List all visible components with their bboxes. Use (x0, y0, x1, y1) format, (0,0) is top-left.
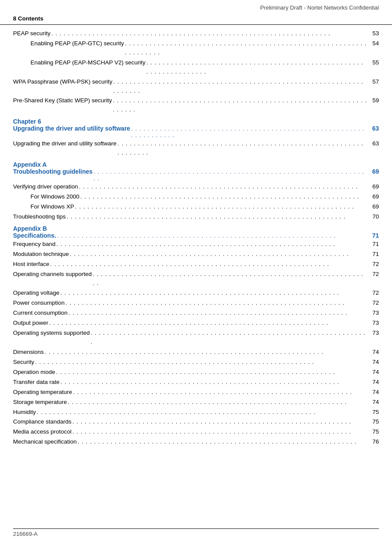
toc-page-num: 75 (368, 417, 379, 427)
toc-label: Troubleshooting tips (13, 212, 66, 222)
toc-label: Verifying driver operation (13, 182, 78, 192)
chapter-page-num: 63 (368, 125, 379, 132)
toc-entry: Current consumption . . . . . . . . . . … (13, 309, 379, 318)
chapter-label: Chapter 6 (13, 118, 379, 125)
toc-page-num: 53 (368, 29, 379, 38)
appendix-header: Appendix ATroubleshooting guidelines . .… (13, 161, 379, 182)
appendix-title: Specifications. (13, 232, 56, 239)
toc-entry: Verifying driver operation . . . . . . .… (13, 182, 379, 192)
toc-page-num: 74 (368, 348, 379, 357)
toc-label: Frequency band (13, 240, 56, 249)
toc-label: Operating systems supported (13, 329, 90, 338)
footer: 216669-A (13, 528, 379, 537)
toc-page-num: 73 (368, 309, 379, 318)
toc-label: Operating voltage (13, 289, 60, 298)
toc-label: PEAP security (13, 29, 50, 38)
toc-entry: Mechanical specification . . . . . . . .… (13, 437, 379, 447)
toc-page-num: 73 (368, 319, 379, 328)
toc-page-num: 72 (368, 289, 379, 298)
toc-entry: Operating voltage . . . . . . . . . . . … (13, 289, 379, 298)
toc-entry: Enabling PEAP (EAP-GTC) security . . . .… (13, 39, 379, 57)
toc-entry: Host interface . . . . . . . . . . . . .… (13, 260, 379, 269)
toc-label: Storage temperature (13, 398, 67, 407)
toc-entry: Dimensions . . . . . . . . . . . . . . .… (13, 348, 379, 357)
toc-page-num: 72 (368, 260, 379, 269)
toc-page-num: 55 (368, 58, 379, 67)
toc-entry: WPA Passphrase (WPA-PSK) security . . . … (13, 77, 379, 96)
toc-entry: Modulation technique . . . . . . . . . .… (13, 250, 379, 259)
toc-entry: Frequency band . . . . . . . . . . . . .… (13, 240, 379, 249)
toc-page-num: 69 (368, 202, 379, 212)
toc-label: Current consumption (13, 309, 67, 318)
toc-entry: Troubleshooting tips . . . . . . . . . .… (13, 212, 379, 222)
header: Preliminary Draft - Nortel Networks Conf… (0, 0, 392, 13)
toc-label: Pre-Shared Key (Static WEP) security (13, 96, 112, 105)
toc-page-num: 74 (368, 398, 379, 407)
page-label: 8 Contents (0, 13, 392, 25)
toc-page-num: 74 (368, 388, 379, 397)
toc-entry: Power consumption . . . . . . . . . . . … (13, 299, 379, 308)
toc-label: Power consumption (13, 299, 65, 308)
toc-page-num: 72 (368, 270, 379, 279)
toc-label: Output power (13, 319, 48, 328)
toc-entry: Operating temperature . . . . . . . . . … (13, 388, 379, 397)
toc-page-num: 74 (368, 378, 379, 387)
toc-label: Security (13, 358, 34, 367)
appendix-label: Appendix B (13, 225, 379, 232)
toc-page-num: 70 (368, 212, 379, 222)
toc-page-num: 69 (368, 192, 379, 202)
toc-label: Operating channels supported (13, 270, 92, 279)
toc-entry: Output power . . . . . . . . . . . . . .… (13, 319, 379, 328)
toc-entry: Compliance standards . . . . . . . . . .… (13, 417, 379, 427)
toc-label: Enabling PEAP (EAP-MSCHAP V2) security (30, 58, 145, 67)
toc-page-num: 72 (368, 299, 379, 308)
toc-page-num: 75 (368, 408, 379, 417)
toc-page-num: 71 (368, 250, 379, 259)
toc-label: Humidity (13, 408, 36, 417)
toc-label: Modulation technique (13, 250, 69, 259)
appendix-header: Appendix BSpecifications. . . . . . . . … (13, 225, 379, 239)
toc-label: Host interface (13, 260, 49, 269)
toc-page-num: 63 (368, 139, 379, 148)
appendix-label: Appendix A (13, 161, 379, 168)
toc-entry: For Windows XP . . . . . . . . . . . . .… (13, 202, 379, 212)
header-text: Preliminary Draft - Nortel Networks Conf… (260, 4, 379, 11)
toc-label: For Windows XP (30, 202, 74, 212)
toc-label: For Windows 2000 (30, 192, 80, 202)
appendix-title: Troubleshooting guidelines (13, 168, 93, 175)
toc-page-num: 69 (368, 182, 379, 192)
toc-entry: Storage temperature . . . . . . . . . . … (13, 398, 379, 407)
toc-entry: Transfer data rate . . . . . . . . . . .… (13, 378, 379, 387)
page: Preliminary Draft - Nortel Networks Conf… (0, 0, 392, 545)
toc-page-num: 73 (368, 329, 379, 338)
toc-label: Compliance standards (13, 417, 71, 427)
toc-page-num: 74 (368, 358, 379, 367)
appendix-page-num: 71 (368, 232, 379, 239)
appendix-page-num: 69 (368, 168, 379, 175)
toc-page-num: 54 (368, 39, 379, 48)
toc-label: Operation mode (13, 368, 55, 377)
toc-label: Operating temperature (13, 388, 72, 397)
toc-entry: Pre-Shared Key (Static WEP) security . .… (13, 96, 379, 114)
toc-label: Upgrading the driver and utility softwar… (13, 139, 117, 148)
toc-entry: Operating channels supported . . . . . .… (13, 270, 379, 288)
toc-label: Enabling PEAP (EAP-GTC) security (30, 39, 124, 48)
chapter-title: Upgrading the driver and utility softwar… (13, 125, 130, 132)
toc-page-num: 57 (368, 77, 379, 87)
toc-entry: Media access protocol . . . . . . . . . … (13, 427, 379, 437)
toc-entry: Enabling PEAP (EAP-MSCHAP V2) security .… (13, 58, 379, 77)
toc-entry: Operating systems supported . . . . . . … (13, 329, 379, 347)
toc-label: Transfer data rate (13, 378, 60, 387)
toc-entry: For Windows 2000 . . . . . . . . . . . .… (13, 192, 379, 202)
toc-page-num: 74 (368, 368, 379, 377)
content-area: PEAP security . . . . . . . . . . . . . … (0, 29, 392, 461)
toc-entry: Upgrading the driver and utility softwar… (13, 139, 379, 158)
toc-entry: Humidity . . . . . . . . . . . . . . . .… (13, 408, 379, 417)
toc-page-num: 75 (368, 427, 379, 437)
toc-label: WPA Passphrase (WPA-PSK) security (13, 77, 112, 87)
toc-entry: Security . . . . . . . . . . . . . . . .… (13, 358, 379, 367)
toc-page-num: 59 (368, 96, 379, 105)
toc-label: Mechanical specification (13, 437, 77, 447)
toc-page-num: 76 (368, 437, 379, 447)
chapter-header: Chapter 6Upgrading the driver and utilit… (13, 118, 379, 138)
